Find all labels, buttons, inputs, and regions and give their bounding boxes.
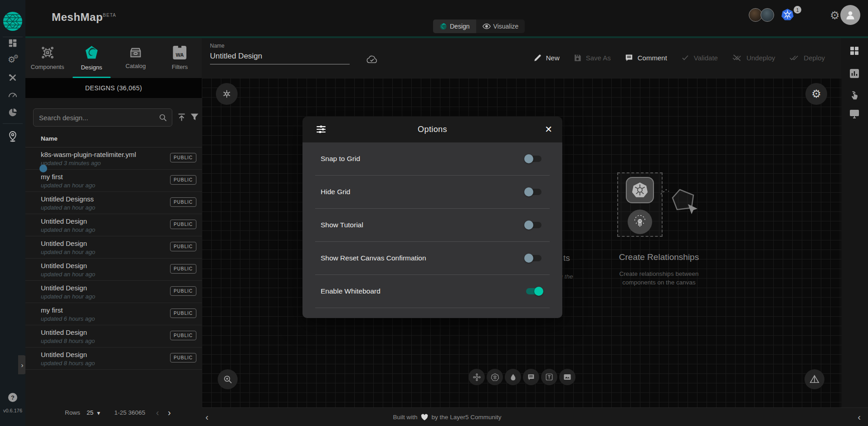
search-box[interactable]	[33, 108, 172, 127]
tab-design[interactable]: Design	[433, 20, 476, 33]
option-row-hide-grid: Hide Grid	[315, 176, 550, 209]
undeploy-button[interactable]: Undeploy	[731, 54, 775, 62]
name-underline	[210, 64, 350, 64]
text-tool-button[interactable]	[541, 369, 557, 385]
kubernetes-tool-button[interactable]	[487, 369, 503, 385]
design-list-item[interactable]: Untitled Design updated 8 hours ago PUBL…	[25, 348, 202, 370]
version-label: v0.6.176	[0, 408, 25, 413]
shapes-prism-button[interactable]	[805, 369, 824, 389]
visibility-badge: PUBLIC	[170, 197, 196, 207]
enable-whiteboard-toggle[interactable]	[523, 285, 544, 297]
panel-tabs: Components Designs Catalog WA Filters	[25, 38, 202, 78]
occluded-text-fragment: ts	[563, 253, 570, 263]
tab-designs[interactable]: Designs	[69, 38, 113, 78]
kubernetes-component-node[interactable]	[626, 177, 654, 203]
comment-tool-button[interactable]	[523, 369, 539, 385]
save-as-button[interactable]: Save As	[573, 54, 611, 62]
visualize-eye-icon	[483, 23, 491, 29]
footer-credit: Built with by the Layer5 Community	[393, 408, 502, 426]
tab-filters[interactable]: WA Filters	[158, 38, 202, 78]
search-input[interactable]	[38, 113, 159, 122]
design-list-item[interactable]: k8s-wasm-plugin-ratelimiter.yml updated …	[25, 147, 202, 170]
design-list-item[interactable]: Untitled Designss updated an hour ago PU…	[25, 192, 202, 214]
zoom-button[interactable]	[218, 369, 238, 389]
design-list-item[interactable]: Untitled Design updated 8 hours ago PUBL…	[25, 325, 202, 348]
options-modal-body: Snap to Grid Hide Grid Show Tutorial Sho…	[302, 142, 562, 318]
media-tool-button[interactable]	[559, 369, 575, 385]
performance-gauge-icon[interactable]	[8, 90, 18, 100]
components-chip-icon	[41, 46, 54, 59]
deploy-button[interactable]: Deploy	[789, 54, 825, 62]
cloud-saved-icon	[366, 54, 378, 64]
design-list-item[interactable]: Untitled Design updated an hour ago PUBL…	[25, 214, 202, 236]
wasm-filter-icon: WA	[173, 46, 186, 59]
top-header: MeshMapBETA Design Visualize 1 ⚙	[25, 0, 868, 37]
layer5-logo-icon[interactable]	[3, 11, 23, 31]
comment-button[interactable]: Comment	[624, 54, 667, 62]
reset-canvas-confirmation-toggle[interactable]	[523, 252, 544, 264]
close-icon[interactable]: ✕	[545, 124, 552, 135]
comment-bubble-icon	[527, 373, 535, 381]
design-list-item[interactable]: my first updated an hour ago PUBLIC	[25, 170, 202, 192]
footer: ‹ Built with by the Layer5 Community ‹	[202, 407, 868, 426]
check-icon	[681, 54, 690, 62]
design-list-item[interactable]: Untitled Design updated an hour ago PUBL…	[25, 259, 202, 281]
visibility-badge: PUBLIC	[170, 220, 196, 229]
designs-count-header: DESIGNS (36,065)	[25, 78, 202, 98]
collapse-left-chevron[interactable]: ‹	[205, 408, 209, 426]
extensions-pie-icon[interactable]	[8, 108, 18, 118]
pagination: Rows 25 ▾ 1-25 36065 ‹ ›	[25, 406, 202, 420]
validate-button[interactable]: Validate	[681, 54, 718, 62]
tab-visualize[interactable]: Visualize	[476, 20, 525, 33]
app-title: MeshMapBETA	[52, 11, 116, 24]
settings-gear-icon[interactable]: ⚙	[830, 9, 840, 22]
meshery-operator-node[interactable]	[628, 210, 652, 234]
tab-catalog[interactable]: Catalog	[114, 38, 158, 78]
floppy-icon	[573, 54, 582, 62]
new-button[interactable]: New	[533, 54, 560, 62]
help-button[interactable]: ?	[8, 393, 17, 402]
display-screen-button[interactable]	[849, 109, 860, 119]
visibility-badge: PUBLIC	[170, 175, 196, 185]
collapse-right-chevron[interactable]: ‹	[858, 408, 861, 426]
onboarding-description: Create relationships between components …	[605, 269, 713, 287]
canvas-settings-gear-button[interactable]: ⚙	[805, 83, 827, 105]
comment-icon	[624, 54, 634, 62]
catalog-drawer-icon	[129, 47, 142, 59]
prev-page-button[interactable]: ‹	[156, 407, 159, 418]
dock-grid-button[interactable]	[849, 45, 860, 56]
meshmap-app: ⚙⚙ › ? v0.6.176 MeshMapBETA Design	[0, 0, 868, 426]
configuration-tools-icon[interactable]	[8, 73, 18, 83]
filter-funnel-icon[interactable]	[190, 113, 199, 122]
options-modal: Options ✕ Snap to Grid Hide Grid Show Tu…	[302, 117, 562, 318]
design-name-input[interactable]: Untitled Design	[210, 52, 262, 61]
left-nav-rail: ⚙⚙ › ? v0.6.176	[0, 0, 25, 426]
design-list-item[interactable]: my first updated 6 hours ago PUBLIC	[25, 303, 202, 325]
analytics-chart-button[interactable]	[849, 68, 860, 79]
pen-tool-button[interactable]	[505, 369, 521, 385]
user-avatar[interactable]	[840, 5, 860, 25]
hide-grid-toggle[interactable]	[523, 186, 544, 198]
rows-per-page-select[interactable]: 25	[87, 409, 93, 416]
dashboard-icon[interactable]	[8, 38, 18, 48]
tab-components[interactable]: Components	[25, 38, 69, 78]
designs-list: k8s-wasm-plugin-ratelimiter.yml updated …	[25, 147, 202, 370]
design-list-item[interactable]: Untitled Design updated an hour ago PUBL…	[25, 281, 202, 303]
upload-design-icon[interactable]	[177, 113, 186, 122]
visibility-badge: PUBLIC	[170, 331, 196, 340]
meshmap-pin-icon[interactable]	[8, 131, 18, 142]
design-list-item[interactable]: Untitled Design updated an hour ago PUBL…	[25, 236, 202, 259]
heart-icon	[421, 414, 429, 421]
components-tool-button[interactable]	[468, 369, 485, 385]
snap-to-grid-toggle[interactable]	[523, 153, 544, 165]
next-page-button[interactable]: ›	[168, 407, 171, 418]
caret-down-icon[interactable]: ▾	[97, 409, 100, 416]
kubernetes-context-icon[interactable]	[781, 8, 794, 21]
visibility-badge: PUBLIC	[170, 308, 196, 318]
gesture-touch-button[interactable]	[849, 90, 859, 101]
canvas-flower-button[interactable]	[216, 83, 238, 105]
lifecycle-gears-icon[interactable]: ⚙⚙	[8, 55, 15, 64]
options-modal-header: Options ✕	[302, 117, 562, 142]
collaborator-avatar[interactable]	[761, 8, 774, 22]
show-tutorial-toggle[interactable]	[523, 219, 544, 231]
